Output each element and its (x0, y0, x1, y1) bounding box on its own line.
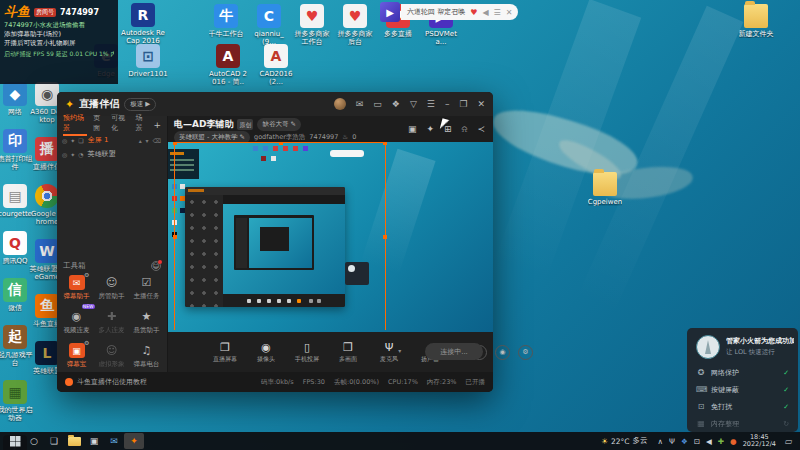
dropdown-caret[interactable]: ▾ (398, 344, 401, 357)
app-icon-glyph: A (271, 48, 282, 64)
titlebar-icon[interactable]: ▭ (373, 99, 382, 109)
store-button[interactable]: ▣ (84, 433, 104, 449)
like-icon[interactable]: ♥ (470, 8, 477, 17)
toolbar-circle-button[interactable]: ⚙ (518, 345, 533, 360)
toolbar-button[interactable]: ◉ 摄像头 (251, 341, 281, 364)
close-button[interactable]: ✕ (477, 99, 485, 109)
music-player-icon[interactable]: ▶ (380, 2, 400, 22)
osd-message: 7474997小水友进场偷偷看 (4, 21, 114, 30)
desktop-icon[interactable]: Cgpeiwen (582, 172, 628, 206)
start-button[interactable] (4, 433, 24, 449)
weather-icon: ☀ (601, 437, 608, 446)
toolbox-item[interactable]: ☺ 房管助手 (94, 275, 129, 309)
desktop-icon[interactable]: ♥ 拼多多商家工作台 (292, 4, 332, 46)
tray-icon[interactable]: ⊡ (694, 437, 700, 446)
minimize-button[interactable]: – (445, 99, 450, 109)
stream-subtitle-pill[interactable]: 缺谷大哥 ✎ (257, 118, 301, 131)
lock-icon[interactable]: ✦ (70, 151, 75, 158)
tray-icon[interactable]: ● (730, 437, 737, 446)
capture-handle[interactable] (173, 235, 177, 239)
desktop-icon[interactable]: 新建文件夹 (733, 4, 779, 38)
avatar[interactable] (334, 98, 346, 110)
toolbox-item[interactable]: ▣ ⚙ 弹幕宝 (59, 343, 94, 372)
mail-button[interactable]: ✉ (104, 433, 124, 449)
toolbox-item[interactable]: ★ 悬赏助手 (129, 309, 164, 343)
weather-widget[interactable]: ☀ 22°C 多云 (601, 436, 648, 446)
eye-icon[interactable]: ◎ (62, 137, 67, 144)
tray-icon[interactable]: ✚ (718, 437, 724, 446)
window-statusbar: 斗鱼直播伴侣使用教程 码率:0kb/sFPS:30丢帧:0(0.00%)CPU:… (57, 372, 493, 392)
toolbox-item[interactable]: ♫ 弹幕电台 (129, 343, 164, 372)
desktop-icon[interactable]: 牛 千牛工作台 (206, 4, 246, 46)
toolbar-button[interactable]: ▯ 手机投屏 (292, 341, 322, 364)
connect-button[interactable]: 连接中... (425, 343, 483, 360)
taskbar-clock[interactable]: 18:45 2022/12/4 (743, 434, 776, 448)
desktop-icon[interactable]: A CAD2016(2... (256, 44, 296, 86)
add-scene-button[interactable]: + (153, 120, 161, 130)
playlist-icon[interactable]: ☰ (494, 8, 501, 17)
app-icon-label: PSDVMeta... (421, 30, 461, 46)
capture-handle[interactable] (173, 142, 177, 145)
toolbar-circle-button[interactable]: ◉ (495, 345, 510, 360)
capture-handle[interactable] (383, 142, 387, 145)
booster-item[interactable]: ▦ 内存整理 ↻ (696, 415, 789, 432)
titlebar-icon[interactable]: ▽ (410, 99, 417, 109)
titlebar-icon[interactable]: ❖ (392, 99, 400, 109)
app-icon: ▦ (3, 380, 27, 404)
lock-icon[interactable]: ✦ (70, 137, 75, 144)
capture-handle[interactable] (279, 142, 283, 145)
close-icon[interactable]: ✕ (506, 8, 513, 17)
scene-row[interactable]: ◎ ✦ ◔ 英雄联盟 (57, 147, 167, 161)
scene-controls[interactable]: ▴ ▾ ⌫ (139, 137, 162, 144)
toolbar-button[interactable]: Ψ▾ 麦克风 (374, 341, 404, 364)
app-icon-glyph: 鱼 (40, 297, 54, 315)
taskview-button[interactable]: ❏ (44, 433, 64, 449)
gift-icon[interactable]: ▣ (408, 124, 417, 135)
desktop-icon[interactable]: ▦ 我的世界启动器 (0, 380, 33, 422)
toolbox-item[interactable]: ☑ 主播任务 (129, 275, 164, 309)
tutorial-link[interactable]: 斗鱼直播伴侣使用教程 (65, 377, 147, 387)
desktop-icon[interactable]: A AutoCAD 2016 - 简.. (208, 44, 248, 86)
booster-item[interactable]: ⌨ 按键屏蔽 ✓ (696, 381, 789, 398)
toolbar-button[interactable]: ❒ 多画面 (333, 341, 363, 364)
app-icon: ♥ (343, 4, 367, 28)
desktop-icon[interactable]: ♥ 拼多多商家后台 (335, 4, 375, 46)
edit-icon[interactable]: ✎ (291, 120, 296, 128)
tray-icon[interactable]: ❖ (681, 437, 688, 446)
tool-settings-icon[interactable]: ⚙ (84, 339, 89, 346)
desktop-icons-right-mid: Cgpeiwen (582, 172, 628, 206)
booster-item[interactable]: ⊡ 免打扰 ✓ (696, 398, 789, 415)
volume-icon[interactable]: ◀ (482, 8, 488, 17)
maximize-button[interactable]: ❐ (459, 99, 467, 109)
bell-icon[interactable]: ⍾ (461, 124, 467, 135)
share-icon[interactable]: ≺ (477, 124, 485, 135)
capture-handle[interactable] (383, 235, 387, 239)
app-icon: L (35, 341, 59, 365)
eye-icon[interactable]: ◎ (62, 151, 67, 158)
booster-item[interactable]: ✪ 网络保护 ✓ (696, 364, 789, 381)
tool-settings-icon[interactable]: ⚙ (84, 273, 89, 278)
stat-item: 丢帧:0(0.00%) (334, 378, 379, 387)
desktop-icon[interactable]: R Autodesk ReCap 2016 (120, 3, 166, 45)
toolbox-item[interactable]: ◉ NEW 视频连麦 (59, 309, 94, 343)
toolbox-item[interactable]: ☺ 虚拟形象 (94, 343, 129, 372)
scene-row[interactable]: ◎ ✦ ❏ 全屏 1 ▴ ▾ ⌫ (57, 133, 167, 147)
desktop-icon[interactable]: C qianniu_(9... (249, 4, 289, 46)
tray-icon[interactable]: ∧ (658, 437, 664, 446)
assistant-icon[interactable]: ☺ (151, 261, 161, 271)
toolbox-item[interactable]: ✚ 多人连麦 (94, 309, 129, 343)
lock-icon[interactable]: ✦ (426, 124, 434, 135)
edit-icon[interactable]: ✎ (240, 133, 245, 141)
titlebar-icon[interactable]: ✉ (356, 99, 364, 109)
titlebar-icon[interactable]: ☰ (427, 99, 435, 109)
tray-icon[interactable]: ◀ (706, 437, 712, 446)
desktop-icon[interactable]: ⊡ Driver1101 (128, 44, 168, 78)
active-app-button[interactable]: ✦ (124, 433, 144, 449)
tray-icon[interactable]: Ψ (669, 437, 675, 446)
capture-region[interactable] (174, 142, 386, 330)
search-button[interactable]: ○ (24, 433, 44, 449)
mode-pill[interactable]: 极速 ▶ (124, 98, 156, 111)
toolbar-button[interactable]: ❐ 直播屏幕 (210, 341, 240, 364)
action-center-button[interactable]: ▭ (780, 437, 796, 446)
explorer-button[interactable] (64, 433, 84, 449)
